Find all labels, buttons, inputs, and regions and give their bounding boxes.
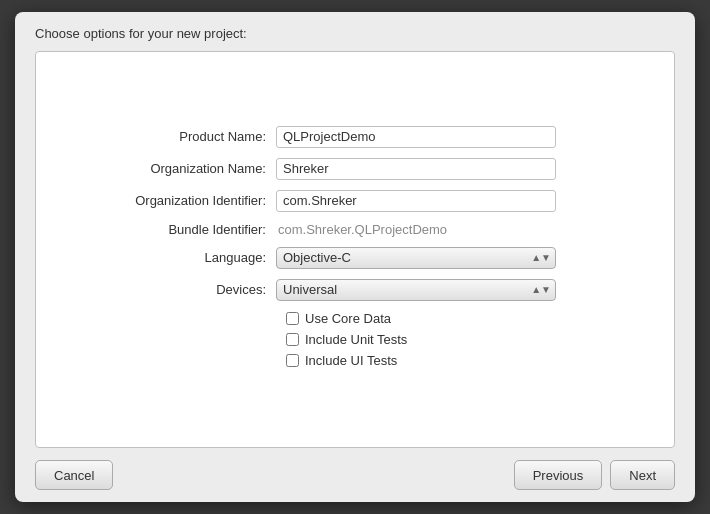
organization-name-input[interactable] xyxy=(276,158,556,180)
main-window: Choose options for your new project: Pro… xyxy=(15,12,695,502)
include-ui-tests-row: Include UI Tests xyxy=(286,353,634,368)
window-header: Choose options for your new project: xyxy=(15,12,695,51)
devices-select[interactable]: Universal iPhone iPad xyxy=(276,279,556,301)
navigation-buttons: Previous Next xyxy=(514,460,675,490)
language-label: Language: xyxy=(76,250,276,265)
content-area: Product Name: Organization Name: Organiz… xyxy=(35,51,675,448)
language-row: Language: Objective-C Swift ▲▼ xyxy=(76,247,634,269)
organization-name-label: Organization Name: xyxy=(76,161,276,176)
language-select[interactable]: Objective-C Swift xyxy=(276,247,556,269)
include-unit-tests-row: Include Unit Tests xyxy=(286,332,634,347)
organization-identifier-row: Organization Identifier: xyxy=(76,190,634,212)
use-core-data-checkbox[interactable] xyxy=(286,312,299,325)
next-button[interactable]: Next xyxy=(610,460,675,490)
include-ui-tests-checkbox[interactable] xyxy=(286,354,299,367)
devices-label: Devices: xyxy=(76,282,276,297)
devices-select-wrapper: Universal iPhone iPad ▲▼ xyxy=(276,279,556,301)
product-name-input[interactable] xyxy=(276,126,556,148)
include-unit-tests-checkbox[interactable] xyxy=(286,333,299,346)
organization-name-row: Organization Name: xyxy=(76,158,634,180)
product-name-label: Product Name: xyxy=(76,129,276,144)
use-core-data-row: Use Core Data xyxy=(286,311,634,326)
include-unit-tests-label[interactable]: Include Unit Tests xyxy=(305,332,407,347)
bundle-identifier-label: Bundle Identifier: xyxy=(76,222,276,237)
organization-identifier-input[interactable] xyxy=(276,190,556,212)
product-name-row: Product Name: xyxy=(76,126,634,148)
previous-button[interactable]: Previous xyxy=(514,460,603,490)
bundle-identifier-row: Bundle Identifier: com.Shreker.QLProject… xyxy=(76,222,634,237)
window-title: Choose options for your new project: xyxy=(35,26,247,41)
checkboxes-area: Use Core Data Include Unit Tests Include… xyxy=(286,311,634,368)
bundle-identifier-value: com.Shreker.QLProjectDemo xyxy=(276,222,447,237)
include-ui-tests-label[interactable]: Include UI Tests xyxy=(305,353,397,368)
language-select-wrapper: Objective-C Swift ▲▼ xyxy=(276,247,556,269)
form-container: Product Name: Organization Name: Organiz… xyxy=(36,96,674,404)
cancel-button[interactable]: Cancel xyxy=(35,460,113,490)
organization-identifier-label: Organization Identifier: xyxy=(76,193,276,208)
window-footer: Cancel Previous Next xyxy=(15,448,695,502)
use-core-data-label[interactable]: Use Core Data xyxy=(305,311,391,326)
devices-row: Devices: Universal iPhone iPad ▲▼ xyxy=(76,279,634,301)
